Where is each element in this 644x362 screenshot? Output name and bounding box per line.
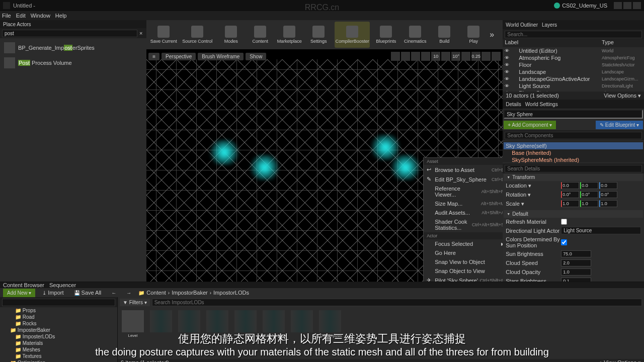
snap-btn[interactable] — [441, 52, 450, 61]
details-search[interactable] — [505, 165, 642, 172]
asset-item[interactable]: Level — [121, 310, 145, 356]
ctx-go-here[interactable]: Go Here — [424, 248, 503, 257]
nav-back[interactable]: ← — [108, 289, 119, 297]
actor-name-field[interactable] — [504, 110, 643, 119]
snap-grid-val[interactable]: 10 — [431, 52, 440, 61]
component-root[interactable]: Sky Sphere(self) — [504, 142, 643, 149]
ctx-edit-asset[interactable]: ✎Edit BP_Sky_SphereCtrl+E — [424, 174, 503, 184]
outliner-col-label[interactable]: Label — [505, 39, 602, 47]
ctx-audit-assets[interactable]: Audit Assets...Alt+Shift+A — [424, 208, 503, 217]
viewport[interactable]: ≡ Perspective Brush Wireframe Show 10 10… — [146, 49, 503, 282]
colors-by-sun-check[interactable] — [561, 239, 567, 245]
cloud-speed[interactable] — [561, 259, 591, 266]
snap-btn[interactable] — [391, 52, 400, 61]
ctx-pilot[interactable]: ✈Pilot 'Sky Sphere'Ctrl+Shift+P — [424, 276, 503, 282]
loc-z[interactable] — [599, 182, 617, 189]
close-button[interactable] — [633, 2, 641, 9]
asset-item[interactable] — [149, 310, 173, 356]
ctx-snap-view[interactable]: Snap View to Object — [424, 257, 503, 266]
asset-item[interactable] — [290, 310, 314, 356]
snap-btn[interactable] — [421, 52, 430, 61]
outliner-view-options[interactable]: View Options ▾ — [604, 93, 641, 99]
component-mesh[interactable]: SkySphereMesh (Inherited) — [504, 156, 643, 163]
tree-search[interactable] — [2, 299, 115, 306]
user-badge[interactable]: CS02_Udemy_US — [554, 3, 607, 9]
components-search[interactable] — [505, 132, 642, 139]
outliner-row[interactable]: 👁Light SourceDirectionalLight — [503, 82, 644, 89]
tool-compiler-booster[interactable]: CompilerBooster — [335, 22, 370, 48]
scl-x[interactable] — [561, 200, 579, 207]
component-base[interactable]: Base (Inherited) — [504, 149, 643, 156]
crumb-content[interactable]: Content — [146, 290, 166, 296]
tree-item[interactable]: 📁 ImposterBaker — [0, 327, 117, 333]
viewport-show[interactable]: Show — [246, 53, 266, 60]
tab-layers[interactable]: Layers — [542, 22, 557, 28]
toolbar-overflow-icon[interactable]: » — [490, 30, 499, 39]
add-new-button[interactable]: Add New ▾ — [3, 289, 35, 297]
tree-item[interactable]: 📁 Props — [0, 307, 117, 314]
nav-fwd[interactable]: → — [123, 289, 134, 297]
asset-item[interactable]: MLSM_Impostor — [262, 310, 286, 356]
outliner-row[interactable]: 👁Atmospheric FogAtmosphericFog — [503, 54, 644, 61]
tab-world-settings[interactable]: World Settings — [525, 102, 558, 107]
menu-edit[interactable]: Edit — [16, 13, 26, 19]
ctx-browse-to-asset[interactable]: ↩Browse to AssetCtrl+B — [424, 165, 503, 174]
tree-item[interactable]: 📁 Road — [0, 314, 117, 320]
minimize-button[interactable] — [614, 2, 622, 9]
tree-item[interactable]: 📁 Rocks — [0, 320, 117, 327]
asset-item[interactable]: LOD_Impostor — [318, 310, 342, 356]
tool-content[interactable]: Content — [247, 22, 273, 48]
outliner-row[interactable]: 👁LandscapeGizmoActiveActorLandscapeGizm.… — [503, 75, 644, 82]
ctx-focus[interactable]: Focus Selected▶ — [424, 239, 503, 248]
section-transform[interactable]: Transform — [504, 173, 643, 181]
menu-window[interactable]: Window — [31, 13, 50, 19]
tool-build[interactable]: Build — [431, 22, 457, 48]
dla-picker[interactable] — [561, 227, 641, 234]
snap-btn[interactable] — [401, 52, 410, 61]
tool-play[interactable]: Play — [460, 22, 487, 48]
outliner-row[interactable]: 👁Untitled (Editor)World — [503, 47, 644, 54]
snap-scale-val[interactable]: 0.25 — [471, 52, 480, 61]
snap-btn[interactable] — [461, 52, 470, 61]
loc-y[interactable] — [580, 182, 598, 189]
asset-item[interactable] — [205, 310, 229, 356]
snap-rot-val[interactable]: 10° — [451, 52, 460, 61]
outliner-search[interactable] — [505, 31, 642, 38]
viewport-viewmode[interactable]: Brush Wireframe — [198, 53, 244, 60]
place-actors-search[interactable] — [2, 30, 137, 37]
refresh-material-check[interactable] — [561, 219, 567, 225]
scl-y[interactable] — [580, 200, 598, 207]
ctx-snap-object[interactable]: Snap Object to View — [424, 266, 503, 276]
loc-x[interactable] — [561, 182, 579, 189]
asset-search[interactable] — [152, 299, 642, 306]
tool-blueprints[interactable]: Blueprints — [373, 22, 399, 48]
tab-details[interactable]: Details — [506, 102, 521, 107]
rot-x[interactable] — [561, 191, 579, 198]
clear-search-icon[interactable]: × — [137, 30, 144, 36]
tree-item[interactable]: 📁 Textures — [0, 353, 117, 359]
snap-btn[interactable] — [492, 52, 501, 61]
cloud-opacity[interactable] — [561, 268, 591, 276]
tool-cinematics[interactable]: Cinematics — [402, 22, 428, 48]
outliner-row[interactable]: 👁FloorStaticMeshActor — [503, 61, 644, 68]
viewport-perspective[interactable]: Perspective — [162, 53, 196, 60]
tab-sequencer[interactable]: Sequencer — [49, 282, 76, 288]
actor-item-bp-imposter[interactable]: BP_Generate_ImposterSprites — [2, 40, 144, 55]
tab-content-browser[interactable]: Content Browser — [3, 282, 44, 288]
save-all-button[interactable]: 💾 Save All — [71, 288, 105, 297]
asset-view-options[interactable]: ● View Options ▾ — [599, 359, 641, 363]
sun-brightness[interactable] — [561, 250, 591, 257]
ctx-size-map[interactable]: Size Map...Alt+Shift+M — [424, 199, 503, 208]
menu-file[interactable]: File — [2, 13, 11, 19]
asset-item[interactable] — [233, 310, 258, 356]
import-button[interactable]: ⤓ Import — [39, 288, 66, 297]
add-component-button[interactable]: + Add Component ▾ — [504, 121, 556, 129]
tree-item[interactable]: 📁 Optimization — [0, 359, 117, 362]
tab-world-outliner[interactable]: World Outliner — [506, 22, 538, 28]
tool-modes[interactable]: Modes — [218, 22, 244, 48]
actor-item-postprocess[interactable]: Post Process Volume — [2, 55, 144, 70]
asset-item[interactable] — [177, 310, 201, 356]
ctx-shader-stats[interactable]: Shader Cook Statistics...Ctrl+Alt+Shift+… — [424, 217, 503, 232]
scl-z[interactable] — [599, 200, 617, 207]
outliner-row[interactable]: 👁LandscapeLandscape — [503, 68, 644, 75]
